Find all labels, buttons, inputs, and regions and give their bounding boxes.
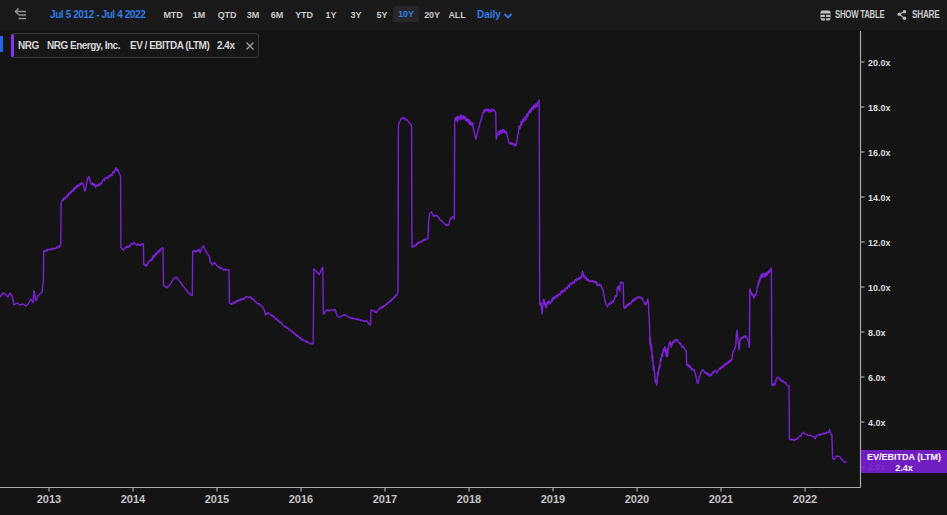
svg-text:2019: 2019 [541,493,565,505]
svg-text:2013: 2013 [37,493,61,505]
svg-text:16.0x: 16.0x [868,148,891,158]
svg-text:2017: 2017 [373,493,397,505]
svg-text:12.0x: 12.0x [868,238,891,248]
svg-text:2018: 2018 [457,493,481,505]
svg-text:2022: 2022 [793,493,817,505]
svg-text:2021: 2021 [709,493,733,505]
svg-text:6.0x: 6.0x [868,373,886,383]
svg-text:2015: 2015 [205,493,229,505]
svg-text:20.0x: 20.0x [868,58,891,68]
svg-text:10.0x: 10.0x [868,283,891,293]
svg-text:EV/EBITDA (LTM): EV/EBITDA (LTM) [867,452,941,462]
svg-text:2020: 2020 [625,493,649,505]
svg-text:2.4x: 2.4x [895,463,913,473]
svg-text:4.0x: 4.0x [868,418,886,428]
svg-text:14.0x: 14.0x [868,193,891,203]
svg-text:8.0x: 8.0x [868,328,886,338]
svg-text:18.0x: 18.0x [868,103,891,113]
svg-text:2014: 2014 [121,493,146,505]
svg-text:2016: 2016 [289,493,313,505]
